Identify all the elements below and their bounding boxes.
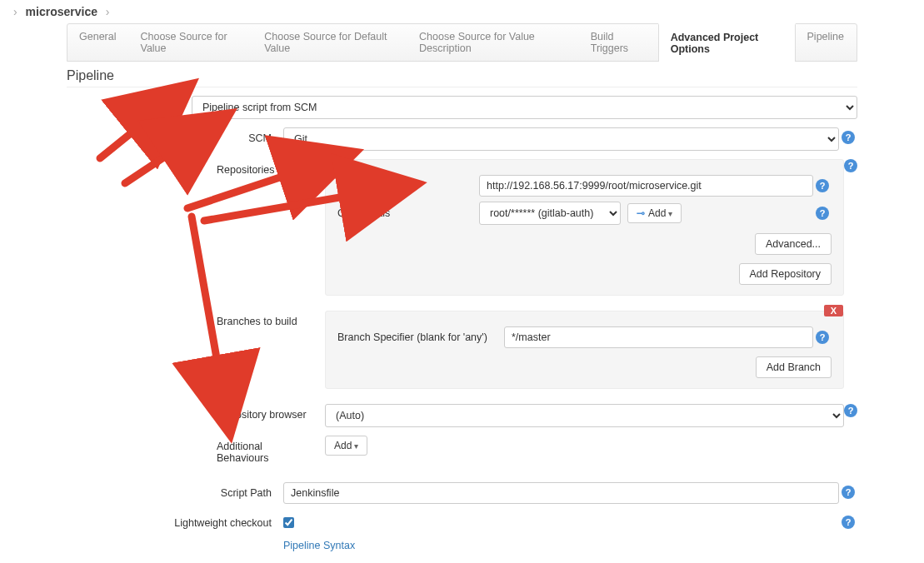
credentials-select[interactable]: root/****** (gitlab-auth) — [479, 202, 621, 225]
label-definition: Definition — [67, 96, 192, 112]
label-script-path: Script Path — [117, 482, 283, 499]
breadcrumb-project[interactable]: microservice — [26, 5, 97, 18]
help-icon[interactable]: ? — [844, 404, 857, 417]
tab-build-triggers[interactable]: Build Triggers — [579, 24, 658, 61]
lightweight-checkout-checkbox[interactable] — [283, 517, 294, 528]
help-icon[interactable]: ? — [816, 331, 829, 344]
label-scm: SCM — [117, 127, 283, 144]
tab-advanced-project-options[interactable]: Advanced Project Options — [658, 23, 796, 62]
pipeline-form: Definition Pipeline script from SCM SCM … — [67, 96, 857, 551]
breadcrumb-sep: › — [13, 5, 17, 18]
definition-select[interactable]: Pipeline script from SCM — [192, 96, 857, 119]
tab-choose-source-description[interactable]: Choose Source for Value Description — [407, 24, 579, 61]
section-title-pipeline: Pipeline — [67, 68, 857, 87]
breadcrumb-sep: › — [106, 5, 110, 18]
tab-choose-source-default[interactable]: Choose Source for Default Value — [252, 24, 407, 61]
tab-choose-source-value[interactable]: Choose Source for Value — [128, 24, 252, 61]
scm-select[interactable]: Git — [283, 127, 839, 151]
tab-pipeline[interactable]: Pipeline — [796, 24, 857, 61]
label-additional-behaviours: Additional Behaviours — [217, 436, 325, 464]
help-icon[interactable]: ? — [842, 486, 855, 499]
script-path-input[interactable] — [283, 482, 839, 504]
config-tabs: General Choose Source for Value Choose S… — [67, 23, 857, 62]
help-icon[interactable]: ? — [842, 131, 855, 144]
add-branch-button[interactable]: Add Branch — [756, 356, 832, 378]
help-icon[interactable]: ? — [816, 179, 829, 192]
help-icon[interactable]: ? — [842, 516, 855, 529]
breadcrumb: › microservice › — [0, 0, 924, 23]
label-repo-browser: Repository browser — [217, 404, 325, 421]
branch-specifier-input[interactable] — [504, 326, 813, 348]
repo-url-input[interactable] — [479, 175, 813, 197]
pipeline-syntax-link[interactable]: Pipeline Syntax — [283, 540, 355, 551]
tab-general[interactable]: General — [67, 24, 128, 61]
advanced-button[interactable]: Advanced... — [755, 233, 832, 255]
delete-branch-button[interactable]: X — [824, 305, 843, 316]
repositories-panel: Repository URL ? Credentials root/******… — [325, 159, 844, 296]
label-branch-spec: Branch Specifier (blank for 'any') — [337, 331, 504, 343]
add-repository-button[interactable]: Add Repository — [739, 263, 832, 285]
help-icon[interactable]: ? — [844, 159, 857, 172]
branches-panel: X Branch Specifier (blank for 'any') ? A… — [325, 311, 844, 389]
repo-browser-select[interactable]: (Auto) — [325, 404, 844, 427]
label-lightweight: Lightweight checkout — [117, 512, 283, 529]
label-repo-url: Repository URL — [337, 180, 479, 192]
add-credentials-button[interactable]: Add — [627, 203, 682, 223]
label-credentials: Credentials — [337, 207, 479, 219]
label-repositories: Repositories — [217, 159, 325, 176]
add-behaviour-button[interactable]: Add — [325, 436, 367, 456]
help-icon[interactable]: ? — [816, 207, 829, 220]
label-branches: Branches to build — [217, 311, 325, 327]
